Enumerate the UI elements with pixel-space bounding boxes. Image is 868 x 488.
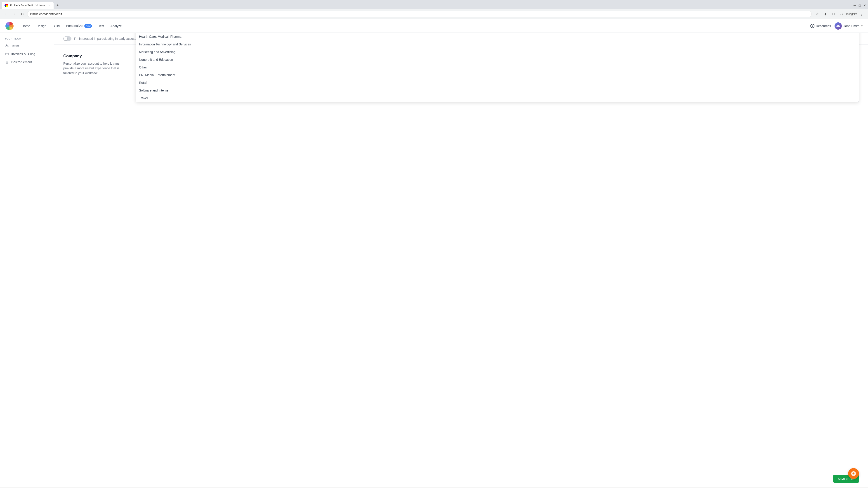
resources-button[interactable]: i Resources — [810, 24, 831, 28]
option-pr[interactable]: PR, Media, Entertainment — [136, 71, 859, 79]
tab-close-button[interactable]: ✕ — [47, 4, 51, 7]
header-right: i Resources JS John Smith ▾ — [810, 22, 863, 30]
sidebar-billing-label: Invoices & Billing — [11, 52, 35, 56]
option-marketing[interactable]: Marketing and Advertising — [136, 48, 859, 56]
svg-point-1 — [6, 45, 7, 46]
sidebar-deleted-label: Deleted emails — [11, 60, 32, 64]
user-name: John Smith — [844, 24, 860, 28]
maximize-button[interactable]: □ — [858, 4, 861, 7]
address-bar[interactable]: litmus.com/identity/edit — [27, 11, 812, 17]
extension-button[interactable]: □ — [830, 10, 837, 18]
sidebar-item-deleted[interactable]: Deleted emails — [3, 58, 51, 66]
browser-toolbar: ← → ↻ litmus.com/identity/edit ☆ ⬇ □ Inc… — [0, 9, 868, 19]
company-section: Company Personalize your account to help… — [54, 45, 868, 470]
incognito-button[interactable] — [838, 10, 845, 18]
trash-icon — [5, 60, 9, 64]
option-it[interactable]: Information Technology and Services — [136, 40, 859, 48]
bookmark-button[interactable]: ☆ — [813, 10, 821, 18]
menu-button[interactable]: ⋮ — [858, 10, 865, 18]
company-form-col: Company Choose an option Consumer Goods … — [135, 54, 859, 75]
dropdown-container: Choose an option Consumer Goods & Servic… — [135, 58, 859, 67]
nav-personalize[interactable]: Personalize New — [63, 22, 95, 30]
chevron-down-icon: ▾ — [861, 24, 863, 28]
app-logo[interactable] — [5, 22, 13, 30]
content-area: I'm interested in participating in early… — [54, 33, 868, 487]
option-other[interactable]: Other — [136, 64, 859, 71]
main-nav: Home Design Build Personalize New Test A… — [19, 22, 810, 30]
app-header: Home Design Build Personalize New Test A… — [0, 19, 868, 33]
sidebar-team-label: Team — [11, 44, 19, 48]
back-button[interactable]: ← — [3, 11, 9, 17]
dropdown-list: Choose an option Consumer Goods & Servic… — [135, 33, 859, 102]
incognito-label: Incognito — [846, 12, 857, 15]
svg-point-6 — [852, 473, 854, 474]
nav-design[interactable]: Design — [34, 22, 49, 30]
download-button[interactable]: ⬇ — [822, 10, 829, 18]
browser-chrome: Profile > John Smith > Litmus ✕ + ─ □ ✕ … — [0, 0, 868, 19]
toolbar-actions: ☆ ⬇ □ Incognito ⋮ — [813, 10, 865, 18]
svg-point-2 — [7, 45, 8, 46]
option-travel[interactable]: Travel — [136, 94, 859, 102]
user-avatar: JS — [835, 22, 842, 30]
forward-button[interactable]: → — [11, 11, 17, 17]
option-nonprofit[interactable]: Nonprofit and Education — [136, 56, 859, 64]
sidebar-item-team[interactable]: Team — [3, 42, 51, 50]
svg-point-0 — [841, 13, 842, 14]
company-grid: Company Personalize your account to help… — [63, 54, 859, 75]
section-description: Personalize your account to help Litmus … — [63, 61, 127, 75]
svg-line-8 — [854, 474, 855, 475]
svg-line-7 — [852, 472, 853, 473]
browser-tab-bar: Profile > John Smith > Litmus ✕ + ─ □ ✕ — [0, 0, 868, 9]
billing-icon — [5, 52, 9, 56]
main-layout: YOUR TEAM Team Invoices & Billing — [0, 33, 868, 487]
svg-rect-3 — [6, 53, 8, 55]
svg-line-9 — [854, 472, 855, 473]
sidebar-item-billing[interactable]: Invoices & Billing — [3, 50, 51, 58]
toggle-knob — [64, 37, 67, 40]
user-menu[interactable]: JS John Smith ▾ — [835, 22, 863, 30]
nav-analyze[interactable]: Analyze — [108, 22, 125, 30]
reload-button[interactable]: ↻ — [19, 11, 25, 17]
team-icon — [5, 44, 9, 48]
sidebar-section-label: YOUR TEAM — [3, 37, 51, 40]
help-fab-button[interactable] — [848, 468, 859, 479]
window-controls: ─ □ ✕ — [853, 4, 866, 7]
nav-home[interactable]: Home — [19, 22, 33, 30]
new-tab-button[interactable]: + — [55, 2, 61, 8]
minimize-button[interactable]: ─ — [853, 4, 856, 7]
section-title: Company — [63, 54, 127, 59]
address-text: litmus.com/identity/edit — [30, 12, 62, 16]
resources-label: Resources — [816, 24, 831, 28]
active-tab[interactable]: Profile > John Smith > Litmus ✕ — [2, 2, 54, 9]
tab-favicon — [4, 4, 8, 7]
close-window-button[interactable]: ✕ — [863, 4, 866, 7]
company-description-col: Company Personalize your account to help… — [63, 54, 127, 75]
nav-test[interactable]: Test — [96, 22, 107, 30]
option-retail[interactable]: Retail — [136, 79, 859, 87]
sidebar: YOUR TEAM Team Invoices & Billing — [0, 33, 54, 487]
save-bar: Save profile — [54, 470, 868, 487]
personalize-badge: New — [84, 24, 92, 28]
resources-icon: i — [810, 24, 814, 28]
early-access-toggle[interactable] — [63, 36, 71, 41]
nav-build[interactable]: Build — [50, 22, 62, 30]
svg-line-10 — [852, 474, 853, 475]
option-healthcare[interactable]: Health Care, Medical, Pharma — [136, 33, 859, 40]
tab-title: Profile > John Smith > Litmus — [10, 4, 45, 7]
option-software[interactable]: Software and Internet — [136, 87, 859, 94]
